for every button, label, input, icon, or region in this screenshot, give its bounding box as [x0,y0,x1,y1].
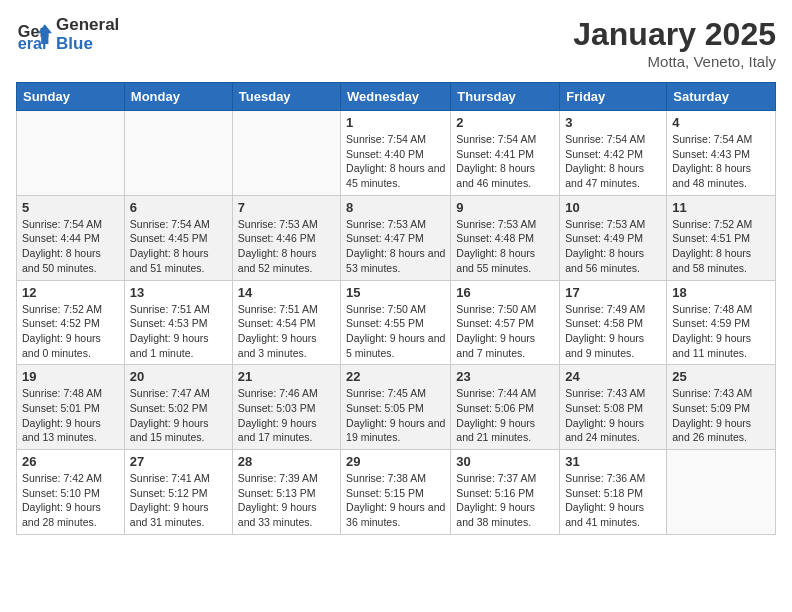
weekday-header: Friday [560,83,667,111]
day-number: 24 [565,369,661,384]
day-number: 17 [565,285,661,300]
day-number: 22 [346,369,445,384]
calendar-cell: 26Sunrise: 7:42 AMSunset: 5:10 PMDayligh… [17,450,125,535]
day-info: Sunrise: 7:49 AMSunset: 4:58 PMDaylight:… [565,302,661,361]
day-info: Sunrise: 7:37 AMSunset: 5:16 PMDaylight:… [456,471,554,530]
logo: Gen eral General Blue [16,16,119,53]
calendar-cell: 12Sunrise: 7:52 AMSunset: 4:52 PMDayligh… [17,280,125,365]
calendar-header-row: SundayMondayTuesdayWednesdayThursdayFrid… [17,83,776,111]
calendar-cell: 1Sunrise: 7:54 AMSunset: 4:40 PMDaylight… [341,111,451,196]
calendar-cell: 27Sunrise: 7:41 AMSunset: 5:12 PMDayligh… [124,450,232,535]
day-number: 19 [22,369,119,384]
day-info: Sunrise: 7:53 AMSunset: 4:46 PMDaylight:… [238,217,335,276]
logo-general: General [56,16,119,35]
day-info: Sunrise: 7:41 AMSunset: 5:12 PMDaylight:… [130,471,227,530]
weekday-header: Wednesday [341,83,451,111]
day-number: 25 [672,369,770,384]
calendar-cell [17,111,125,196]
day-info: Sunrise: 7:53 AMSunset: 4:49 PMDaylight:… [565,217,661,276]
day-number: 4 [672,115,770,130]
day-number: 14 [238,285,335,300]
title-block: January 2025 Motta, Veneto, Italy [573,16,776,70]
page-header: Gen eral General Blue January 2025 Motta… [16,16,776,70]
calendar-cell: 22Sunrise: 7:45 AMSunset: 5:05 PMDayligh… [341,365,451,450]
day-info: Sunrise: 7:54 AMSunset: 4:44 PMDaylight:… [22,217,119,276]
calendar-cell: 14Sunrise: 7:51 AMSunset: 4:54 PMDayligh… [232,280,340,365]
day-number: 7 [238,200,335,215]
day-info: Sunrise: 7:39 AMSunset: 5:13 PMDaylight:… [238,471,335,530]
day-info: Sunrise: 7:54 AMSunset: 4:41 PMDaylight:… [456,132,554,191]
weekday-header: Sunday [17,83,125,111]
day-number: 6 [130,200,227,215]
calendar-cell: 28Sunrise: 7:39 AMSunset: 5:13 PMDayligh… [232,450,340,535]
day-number: 12 [22,285,119,300]
calendar-cell [667,450,776,535]
calendar-cell: 7Sunrise: 7:53 AMSunset: 4:46 PMDaylight… [232,195,340,280]
calendar-cell: 25Sunrise: 7:43 AMSunset: 5:09 PMDayligh… [667,365,776,450]
calendar-cell: 6Sunrise: 7:54 AMSunset: 4:45 PMDaylight… [124,195,232,280]
day-number: 3 [565,115,661,130]
calendar-cell: 31Sunrise: 7:36 AMSunset: 5:18 PMDayligh… [560,450,667,535]
day-info: Sunrise: 7:51 AMSunset: 4:54 PMDaylight:… [238,302,335,361]
calendar-cell: 18Sunrise: 7:48 AMSunset: 4:59 PMDayligh… [667,280,776,365]
weekday-header: Tuesday [232,83,340,111]
calendar-cell: 16Sunrise: 7:50 AMSunset: 4:57 PMDayligh… [451,280,560,365]
day-number: 28 [238,454,335,469]
calendar: SundayMondayTuesdayWednesdayThursdayFrid… [16,82,776,535]
calendar-cell: 10Sunrise: 7:53 AMSunset: 4:49 PMDayligh… [560,195,667,280]
day-info: Sunrise: 7:54 AMSunset: 4:40 PMDaylight:… [346,132,445,191]
calendar-cell: 11Sunrise: 7:52 AMSunset: 4:51 PMDayligh… [667,195,776,280]
day-info: Sunrise: 7:54 AMSunset: 4:42 PMDaylight:… [565,132,661,191]
logo-text: General Blue [56,16,119,53]
day-number: 11 [672,200,770,215]
day-info: Sunrise: 7:43 AMSunset: 5:08 PMDaylight:… [565,386,661,445]
logo-icon: Gen eral [16,17,52,53]
day-info: Sunrise: 7:54 AMSunset: 4:43 PMDaylight:… [672,132,770,191]
weekday-header: Monday [124,83,232,111]
calendar-cell: 4Sunrise: 7:54 AMSunset: 4:43 PMDaylight… [667,111,776,196]
calendar-week-row: 1Sunrise: 7:54 AMSunset: 4:40 PMDaylight… [17,111,776,196]
day-number: 23 [456,369,554,384]
day-number: 1 [346,115,445,130]
day-number: 21 [238,369,335,384]
day-number: 31 [565,454,661,469]
day-number: 10 [565,200,661,215]
day-number: 18 [672,285,770,300]
calendar-cell: 5Sunrise: 7:54 AMSunset: 4:44 PMDaylight… [17,195,125,280]
calendar-cell [232,111,340,196]
day-info: Sunrise: 7:46 AMSunset: 5:03 PMDaylight:… [238,386,335,445]
calendar-cell: 13Sunrise: 7:51 AMSunset: 4:53 PMDayligh… [124,280,232,365]
month-title: January 2025 [573,16,776,53]
weekday-header: Saturday [667,83,776,111]
day-info: Sunrise: 7:50 AMSunset: 4:57 PMDaylight:… [456,302,554,361]
day-number: 9 [456,200,554,215]
day-info: Sunrise: 7:44 AMSunset: 5:06 PMDaylight:… [456,386,554,445]
calendar-cell: 17Sunrise: 7:49 AMSunset: 4:58 PMDayligh… [560,280,667,365]
calendar-cell: 2Sunrise: 7:54 AMSunset: 4:41 PMDaylight… [451,111,560,196]
day-number: 26 [22,454,119,469]
weekday-header: Thursday [451,83,560,111]
calendar-cell [124,111,232,196]
calendar-cell: 3Sunrise: 7:54 AMSunset: 4:42 PMDaylight… [560,111,667,196]
calendar-cell: 19Sunrise: 7:48 AMSunset: 5:01 PMDayligh… [17,365,125,450]
day-info: Sunrise: 7:50 AMSunset: 4:55 PMDaylight:… [346,302,445,361]
logo-blue: Blue [56,35,119,54]
day-info: Sunrise: 7:53 AMSunset: 4:47 PMDaylight:… [346,217,445,276]
day-info: Sunrise: 7:47 AMSunset: 5:02 PMDaylight:… [130,386,227,445]
day-info: Sunrise: 7:42 AMSunset: 5:10 PMDaylight:… [22,471,119,530]
day-number: 29 [346,454,445,469]
day-number: 13 [130,285,227,300]
day-number: 27 [130,454,227,469]
location: Motta, Veneto, Italy [573,53,776,70]
calendar-cell: 20Sunrise: 7:47 AMSunset: 5:02 PMDayligh… [124,365,232,450]
day-info: Sunrise: 7:45 AMSunset: 5:05 PMDaylight:… [346,386,445,445]
day-info: Sunrise: 7:48 AMSunset: 4:59 PMDaylight:… [672,302,770,361]
day-info: Sunrise: 7:36 AMSunset: 5:18 PMDaylight:… [565,471,661,530]
day-info: Sunrise: 7:52 AMSunset: 4:52 PMDaylight:… [22,302,119,361]
calendar-cell: 8Sunrise: 7:53 AMSunset: 4:47 PMDaylight… [341,195,451,280]
day-info: Sunrise: 7:51 AMSunset: 4:53 PMDaylight:… [130,302,227,361]
day-number: 16 [456,285,554,300]
calendar-cell: 9Sunrise: 7:53 AMSunset: 4:48 PMDaylight… [451,195,560,280]
day-number: 8 [346,200,445,215]
day-number: 5 [22,200,119,215]
